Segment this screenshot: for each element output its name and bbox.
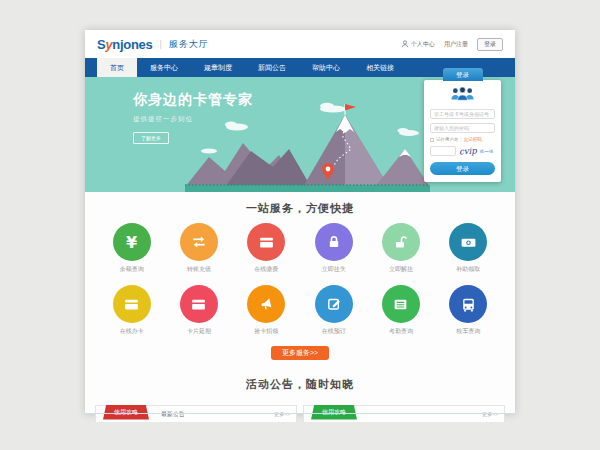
register-link[interactable]: 用户注册 bbox=[444, 40, 468, 49]
service-apply-card[interactable]: 在线办卡 bbox=[98, 285, 165, 335]
service-pay[interactable]: 在线缴费 bbox=[233, 223, 300, 273]
hero-banner: 你身边的卡管专家 提供捷径一步到位 了解更多 bbox=[85, 77, 515, 192]
right-more-link[interactable]: 更多>> bbox=[482, 411, 498, 417]
captcha-image[interactable]: cvip bbox=[459, 145, 477, 156]
hero-button[interactable]: 了解更多 bbox=[133, 132, 169, 144]
personal-center-link[interactable]: 个人中心 bbox=[401, 40, 435, 49]
personal-center-label: 个人中心 bbox=[411, 40, 435, 49]
register-label: 用户注册 bbox=[444, 40, 468, 49]
left-more-link[interactable]: 更多>> bbox=[274, 411, 290, 417]
tab-usage-guide-right[interactable]: 使用攻略 bbox=[311, 405, 357, 420]
remember-checkbox[interactable] bbox=[430, 138, 434, 142]
megaphone-icon bbox=[247, 285, 285, 323]
nav-item-news[interactable]: 新闻公告 bbox=[245, 58, 299, 77]
services-section: 一站服务，方便快捷 ¥ 余额查询 转账充值 在线缴费 bbox=[85, 192, 515, 360]
header: Synjones | 服务大厅 个人中心 用户注册 登录 bbox=[85, 30, 515, 58]
service-online-booking[interactable]: 在线预订 bbox=[300, 285, 367, 335]
nav-item-service-center[interactable]: 服务中心 bbox=[137, 58, 191, 77]
header-divider: | bbox=[159, 39, 161, 49]
password-input[interactable] bbox=[430, 123, 495, 133]
login-tab[interactable]: 登录 bbox=[443, 68, 483, 81]
card-icon bbox=[180, 285, 218, 323]
service-report-loss[interactable]: 立即挂失 bbox=[300, 223, 367, 273]
hero-subtitle: 提供捷径一步到位 bbox=[133, 115, 253, 124]
forgot-password-link[interactable]: 忘记密码 bbox=[464, 137, 482, 142]
account-input[interactable] bbox=[430, 109, 495, 119]
nav-item-home[interactable]: 首页 bbox=[97, 58, 137, 77]
yen-icon: ¥ bbox=[113, 223, 151, 261]
separator: | bbox=[461, 137, 462, 142]
page-bottom-edge bbox=[85, 413, 515, 414]
announcements-title: 活动公告，随时知晓 bbox=[85, 377, 515, 392]
services-grid: ¥ 余额查询 转账充值 在线缴费 立即挂失 bbox=[98, 223, 502, 335]
bus-icon bbox=[449, 285, 487, 323]
header-right: 个人中心 用户注册 登录 bbox=[401, 38, 503, 51]
service-transfer[interactable]: 转账充值 bbox=[165, 223, 232, 273]
banknote-icon bbox=[449, 223, 487, 261]
nav-item-links[interactable]: 相关链接 bbox=[353, 58, 407, 77]
services-title: 一站服务，方便快捷 bbox=[85, 201, 515, 216]
logo-text-rest: njones bbox=[112, 37, 152, 52]
person-icon bbox=[401, 40, 409, 48]
hero-title: 你身边的卡管专家 bbox=[133, 91, 253, 109]
service-school-bus[interactable]: 校车查询 bbox=[435, 285, 502, 335]
captcha-input[interactable] bbox=[430, 146, 456, 156]
service-unfreeze[interactable]: 立即解挂 bbox=[367, 223, 434, 273]
tab-latest-news[interactable]: 最新公告 bbox=[161, 410, 185, 419]
card-icon bbox=[113, 285, 151, 323]
remember-label: 记住用户名 bbox=[436, 137, 459, 142]
captcha-refresh-link[interactable]: 换一张 bbox=[480, 149, 494, 154]
header-login-button[interactable]: 登录 bbox=[477, 38, 503, 51]
service-subsidy[interactable]: 补助领取 bbox=[435, 223, 502, 273]
lock-icon bbox=[315, 223, 353, 261]
edit-icon bbox=[315, 285, 353, 323]
site-name: 服务大厅 bbox=[169, 38, 209, 51]
captcha-row: cvip 换一张 bbox=[430, 146, 495, 156]
service-balance[interactable]: ¥ 余额查询 bbox=[98, 223, 165, 273]
unlock-icon bbox=[382, 223, 420, 261]
more-services-button[interactable]: 更多服务>> bbox=[271, 346, 329, 360]
card-icon bbox=[247, 223, 285, 261]
service-card-extension[interactable]: 卡片延期 bbox=[165, 285, 232, 335]
site-page: Synjones | 服务大厅 个人中心 用户注册 登录 首页 服务中心 规章制… bbox=[85, 30, 515, 414]
tab-usage-guide-left[interactable]: 使用攻略 bbox=[103, 405, 149, 420]
list-icon bbox=[382, 285, 420, 323]
nav-item-rules[interactable]: 规章制度 bbox=[191, 58, 245, 77]
users-icon bbox=[430, 86, 495, 105]
login-panel: 登录 记住用户名 | 忘记密码 cvip 换一张 bbox=[424, 80, 501, 182]
service-lost-found[interactable]: 捡卡招领 bbox=[233, 285, 300, 335]
logo[interactable]: Synjones bbox=[97, 37, 152, 52]
transfer-icon bbox=[180, 223, 218, 261]
hero-text: 你身边的卡管专家 提供捷径一步到位 了解更多 bbox=[133, 91, 253, 144]
login-submit-button[interactable]: 登录 bbox=[430, 162, 495, 175]
service-attendance[interactable]: 考勤查询 bbox=[367, 285, 434, 335]
nav-item-help[interactable]: 帮助中心 bbox=[299, 58, 353, 77]
remember-row: 记住用户名 | 忘记密码 bbox=[430, 137, 495, 142]
